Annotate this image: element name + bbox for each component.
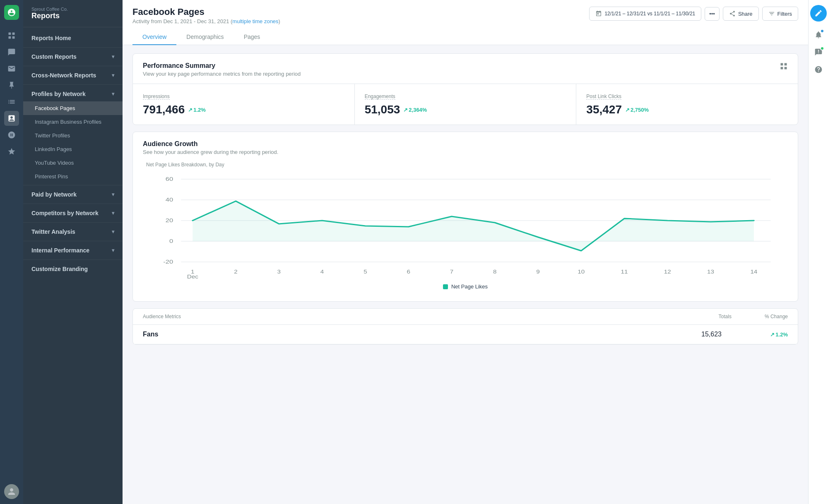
sidebar-item-youtube-videos[interactable]: YouTube Videos bbox=[23, 156, 123, 170]
svg-rect-1 bbox=[12, 33, 15, 35]
audience-growth-title: Audience Growth bbox=[143, 140, 278, 148]
sidebar-icon-star[interactable] bbox=[4, 144, 19, 159]
svg-text:20: 20 bbox=[166, 218, 173, 223]
chart-legend: Net Page Likes bbox=[143, 278, 788, 293]
brand-section: Reports bbox=[31, 12, 114, 20]
performance-summary-card: Performance Summary View your key page p… bbox=[132, 53, 798, 125]
audience-growth-card: Audience Growth See how your audience gr… bbox=[132, 132, 798, 302]
sidebar-section-profiles-by-network[interactable]: Profiles by Network ▾ bbox=[23, 86, 123, 101]
date-range-button[interactable]: 12/1/21 – 12/31/21 vs 11/1/21 – 11/30/21 bbox=[589, 7, 701, 21]
sidebar-icon-inbox[interactable] bbox=[4, 61, 19, 76]
header-actions: 12/1/21 – 12/31/21 vs 11/1/21 – 11/30/21… bbox=[589, 7, 798, 21]
svg-text:-20: -20 bbox=[163, 259, 173, 265]
compose-button[interactable] bbox=[810, 5, 827, 22]
metric-engagements: Engagements 51,053 2,364% bbox=[355, 84, 577, 125]
metric-post-link-clicks: Post Link Clicks 35,427 2,750% bbox=[576, 84, 798, 125]
audience-metrics-card: Audience Metrics Totals % Change Fans 15… bbox=[132, 308, 798, 345]
legend-label: Net Page Likes bbox=[451, 283, 488, 290]
content-area: Performance Summary View your key page p… bbox=[123, 45, 808, 504]
sidebar-item-twitter-profiles[interactable]: Twitter Profiles bbox=[23, 129, 123, 142]
sidebar-item-facebook-pages[interactable]: Facebook Pages bbox=[23, 101, 123, 115]
brand-company: Sprout Coffee Co. bbox=[31, 7, 114, 12]
table-header: Audience Metrics Totals % Change bbox=[133, 309, 798, 325]
svg-text:3: 3 bbox=[277, 269, 281, 275]
sidebar-section-twitter-analysis[interactable]: Twitter Analysis ▾ bbox=[23, 224, 123, 239]
feedback-badge bbox=[820, 46, 824, 50]
sidebar-nav: Reports Home Custom Reports ▾ Cross-Netw… bbox=[23, 27, 123, 280]
svg-text:40: 40 bbox=[166, 197, 173, 203]
svg-text:13: 13 bbox=[707, 269, 714, 275]
sidebar-item-instagram-business[interactable]: Instagram Business Profiles bbox=[23, 115, 123, 129]
page-subtitle: Activity from Dec 1, 2021 - Dec 31, 2021… bbox=[132, 18, 280, 24]
right-bar bbox=[808, 0, 828, 504]
tab-pages[interactable]: Pages bbox=[234, 29, 270, 45]
feedback-button[interactable] bbox=[811, 45, 826, 60]
main-content: Facebook Pages Activity from Dec 1, 2021… bbox=[123, 0, 808, 504]
calendar-icon bbox=[595, 10, 602, 17]
svg-text:5: 5 bbox=[363, 269, 367, 275]
sidebar-icon-messages[interactable] bbox=[4, 45, 19, 60]
sidebar-item-linkedin-pages[interactable]: LinkedIn Pages bbox=[23, 142, 123, 156]
svg-text:7: 7 bbox=[450, 269, 453, 275]
svg-text:0: 0 bbox=[169, 238, 173, 244]
tab-overview[interactable]: Overview bbox=[132, 29, 176, 45]
main-header: Facebook Pages Activity from Dec 1, 2021… bbox=[123, 0, 808, 45]
table-row: Fans 15,623 1.2% bbox=[133, 325, 798, 344]
chevron-down-icon: ▾ bbox=[112, 54, 114, 60]
page-title: Facebook Pages bbox=[132, 7, 280, 17]
chevron-down-icon: ▾ bbox=[112, 229, 114, 235]
svg-rect-2 bbox=[9, 36, 11, 39]
chart-label: Net Page Likes Breakdown, by Day bbox=[143, 162, 788, 168]
sidebar-icon-pin[interactable] bbox=[4, 78, 19, 93]
chevron-down-icon: ▾ bbox=[112, 72, 114, 78]
chevron-down-icon: ▾ bbox=[112, 91, 114, 97]
legend-dot bbox=[443, 284, 448, 289]
sidebar-icon-reports[interactable] bbox=[4, 28, 19, 43]
sidebar-item-pinterest-pins[interactable]: Pinterest Pins bbox=[23, 170, 123, 183]
performance-summary-subtitle: View your key page performance metrics f… bbox=[143, 71, 301, 77]
sidebar-brand: Sprout Coffee Co. Reports bbox=[23, 0, 123, 27]
filters-button[interactable]: Filters bbox=[762, 7, 798, 21]
sidebar-section-competitors[interactable]: Competitors by Network ▾ bbox=[23, 206, 123, 221]
svg-text:11: 11 bbox=[621, 269, 628, 275]
chevron-down-icon: ▾ bbox=[112, 192, 114, 197]
help-button[interactable] bbox=[811, 62, 826, 77]
sidebar-section-internal-performance[interactable]: Internal Performance ▾ bbox=[23, 243, 123, 258]
post-link-clicks-change: 2,750% bbox=[625, 107, 649, 113]
chevron-down-icon: ▾ bbox=[112, 247, 114, 253]
share-button[interactable]: Share bbox=[723, 7, 759, 21]
app-logo[interactable] bbox=[4, 5, 19, 20]
impressions-change: 1.2% bbox=[188, 107, 206, 113]
engagements-change: 2,364% bbox=[403, 107, 427, 113]
icon-bar bbox=[0, 0, 23, 504]
sidebar-icon-analytics[interactable] bbox=[4, 111, 19, 126]
svg-text:8: 8 bbox=[493, 269, 497, 275]
sidebar-icon-tasks[interactable] bbox=[4, 94, 19, 109]
user-avatar[interactable] bbox=[4, 484, 19, 499]
svg-rect-3 bbox=[12, 36, 15, 39]
metrics-row: Impressions 791,466 1.2% Engagements 51,… bbox=[133, 84, 798, 125]
filter-icon bbox=[768, 10, 775, 17]
notifications-button[interactable] bbox=[811, 27, 826, 42]
sidebar-item-reports-home[interactable]: Reports Home bbox=[23, 31, 123, 46]
svg-text:60: 60 bbox=[166, 176, 173, 182]
sidebar-section-paid-by-network[interactable]: Paid by Network ▾ bbox=[23, 187, 123, 202]
sidebar-section-cross-network[interactable]: Cross-Network Reports ▾ bbox=[23, 68, 123, 83]
more-options-button[interactable]: ••• bbox=[705, 7, 720, 21]
grid-view-icon[interactable] bbox=[780, 62, 788, 72]
svg-text:10: 10 bbox=[578, 269, 585, 275]
svg-text:14: 14 bbox=[750, 269, 757, 275]
svg-text:2: 2 bbox=[234, 269, 237, 275]
svg-text:4: 4 bbox=[320, 269, 324, 275]
timezone-link[interactable]: multiple time zones bbox=[232, 18, 278, 24]
svg-marker-29 bbox=[193, 201, 754, 251]
tab-demographics[interactable]: Demographics bbox=[176, 29, 233, 45]
chevron-down-icon: ▾ bbox=[112, 210, 114, 216]
sidebar-item-customize-branding[interactable]: Customize Branding bbox=[23, 262, 123, 276]
svg-text:9: 9 bbox=[536, 269, 539, 275]
sidebar-section-custom-reports[interactable]: Custom Reports ▾ bbox=[23, 49, 123, 64]
audience-chart: 60 40 20 0 -20 1 Dec 2 3 4 5 6 7 bbox=[143, 171, 788, 278]
sidebar-icon-automation[interactable] bbox=[4, 127, 19, 142]
share-icon bbox=[729, 10, 736, 17]
svg-rect-0 bbox=[9, 33, 11, 35]
